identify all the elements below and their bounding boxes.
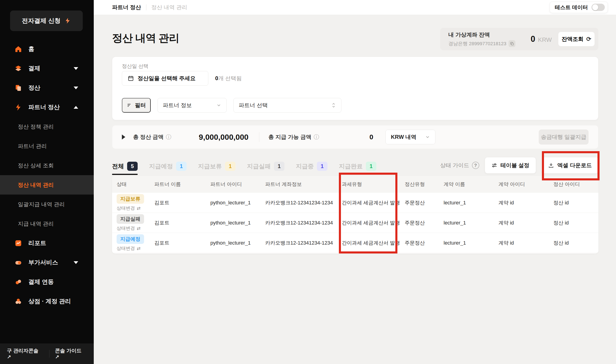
sidebar-sub-settlement-policy[interactable]: 정산 정책 관리 [0,117,94,136]
app-root: 전자결제 신청 홈 결제 [0,0,616,364]
sidebar-sub-settlement-detail[interactable]: 정산 상세 조회 [0,156,94,175]
account-number: 경남은행 28999770218123 [448,40,506,47]
epay-apply-button[interactable]: 전자결제 신청 [10,11,83,31]
table-toolbar: 상태 가이드 ? 테이블 설정 엑셀 다운로드 [440,157,598,174]
cell-partner-name: 김포트 [154,240,210,247]
balance-info: 내 가상계좌 잔액 경남은행 28999770218123 [448,31,515,47]
sub-item-label: 지급 내역 관리 [18,220,54,227]
sliders-icon [491,162,497,168]
balance-inquiry-button[interactable]: 잔액조회 ⟳ [558,32,595,46]
console-guide-link[interactable]: 콘솔 가이드 ↗ [55,347,87,360]
col-contract-name: 계약 이름 [444,181,498,188]
status-guide-link[interactable]: 상태 가이드 ? [440,162,479,169]
tab-completed[interactable]: 지급완료 1 [339,157,376,175]
cell-settlement-id: 정산 id [553,199,598,206]
col-status: 상태 [117,181,154,188]
col-tax-type: 과세유형 [342,181,405,188]
bolt-icon [14,103,23,112]
sidebar-item-payment-integration[interactable]: 결제 연동 [0,272,94,292]
selected-count-value: 0 [215,75,218,81]
layers-icon [14,64,23,73]
filter-label: 필터 [135,102,146,109]
sidebar-item-addon-services[interactable]: 부가서비스 [0,253,94,272]
sidebar-sub-bulk-payout-history[interactable]: 일괄지급 내역 관리 [0,195,94,214]
sidebar-sub-payout-history[interactable]: 지급 내역 관리 [0,214,94,233]
cluster-icon [14,297,23,306]
tab-count-badge: 1 [274,162,284,171]
tab-label: 지급완료 [339,162,363,170]
sidebar-sub-partner-management[interactable]: 파트너 관리 [0,136,94,156]
tab-count-badge: 1 [225,162,236,171]
table-row[interactable]: 지급예정 상태변경 ⇄ 김포트 python_lecturer_1 카카오뱅크1… [112,233,598,253]
question-icon: ? [472,162,479,169]
cell-settlement-type: 주문정산 [405,199,444,206]
breadcrumb-root[interactable]: 파트너 정산 [112,4,141,11]
settlement-date-picker[interactable]: 정산일을 선택해 주세요 [122,71,208,86]
cell-tax-type: 간이과세 세금계산서 발행 [342,220,405,226]
sidebar-item-report[interactable]: 리포트 [0,233,94,253]
chevron-down-icon [216,103,221,108]
legacy-console-link[interactable]: 구 관리자콘솔 ↗ [7,347,44,360]
filter-row: 필터 파트너 정보 파트너 선택 [122,98,341,113]
chart-icon [14,239,23,248]
bulk-transfer-button[interactable]: 송금대행 일괄지급 [539,130,588,144]
chevron-down-icon [74,87,78,89]
table-row[interactable]: 지급보류 상태변경 ⇄ 김포트 python_lecturer_1 카카오뱅크1… [112,193,598,213]
filter-button[interactable]: 필터 [122,98,151,113]
cell-partner-account: 카카오뱅크12-12341234-1234 [265,199,342,206]
page-title: 정산 내역 관리 [112,31,179,45]
table-row[interactable]: 지급실패 상태변경 ⇄ 김포트 python_lecturer_1 카카오뱅크1… [112,213,598,233]
swap-icon: ⇄ [137,206,141,211]
chevron-down-icon [74,67,78,70]
date-placeholder: 정산일을 선택해 주세요 [138,75,196,82]
partner-info-dropdown[interactable]: 파트너 정보 [157,98,227,113]
cell-contract-name: lecturer_1 [444,240,498,246]
partner-select-dropdown[interactable]: 파트너 선택 [234,98,341,113]
status-change-link[interactable]: 상태변경 ⇄ [117,245,141,251]
excel-download-label: 엑셀 다운로드 [557,162,592,169]
sidebar-item-settlement[interactable]: 정산 [0,78,94,98]
info-icon[interactable]: ⓘ [166,133,171,141]
sub-item-label: 파트너 관리 [18,143,47,150]
payable-value: 0 [369,133,373,141]
expand-caret-icon[interactable] [122,134,125,140]
balance-value: 0 [531,34,535,44]
copy-icon[interactable] [508,40,515,47]
sidebar-item-store-account[interactable]: 상점 · 계정 관리 [0,292,94,311]
settlement-table: 상태 파트너 이름 파트너 아이디 파트너 계좌정보 과세유형 정산유형 계약 … [112,176,598,253]
sidebar-item-home[interactable]: 홈 [0,39,94,59]
total-label-text: 총 정산 금액 [133,133,164,141]
calendar-icon [127,75,134,81]
tab-in-progress[interactable]: 지급중 1 [296,157,327,175]
sidebar-item-label: 상점 · 계정 관리 [28,297,71,305]
chevron-updown-icon [331,102,336,108]
status-guide-label: 상태 가이드 [440,162,469,169]
tab-all[interactable]: 전체 5 [112,157,138,175]
docs-icon [14,83,23,92]
tab-scheduled[interactable]: 지급예정 1 [149,157,187,175]
sidebar-item-partner-settlement[interactable]: 파트너 정산 [0,98,94,117]
link-icon [14,277,23,286]
excel-download-button[interactable]: 엑셀 다운로드 [542,157,598,174]
info-icon[interactable]: ⓘ [314,133,319,141]
sidebar-sub-settlement-history[interactable]: 정산 내역 관리 [0,175,94,195]
sub-item-label: 정산 내역 관리 [18,181,54,189]
col-settlement-type: 정산유형 [405,181,444,188]
tab-count-badge: 1 [176,162,187,171]
topbar: 파트너 정산 정산 내역 관리 테스트 데이터 [94,0,616,15]
table-settings-button[interactable]: 테이블 설정 [485,157,536,174]
col-partner-id: 파트너 아이디 [210,181,265,188]
sidebar: 전자결제 신청 홈 결제 [0,0,94,364]
currency-dropdown[interactable]: KRW 내역 [386,130,435,144]
sidebar-item-payment[interactable]: 결제 [0,59,94,78]
cell-contract-id: 계약 id [498,240,553,247]
payable-label: 총 지급 가능 금액 ⓘ [268,133,319,141]
status-change-link[interactable]: 상태변경 ⇄ [117,205,141,211]
sub-item-label: 정산 정책 관리 [18,123,54,130]
summary-divider [259,132,259,142]
tab-hold[interactable]: 지급보류 1 [198,157,236,175]
status-change-link[interactable]: 상태변경 ⇄ [117,225,141,231]
tab-failed[interactable]: 지급실패 1 [247,157,284,175]
selected-count: 0개 선택됨 [215,75,242,82]
test-data-toggle[interactable] [591,4,605,11]
